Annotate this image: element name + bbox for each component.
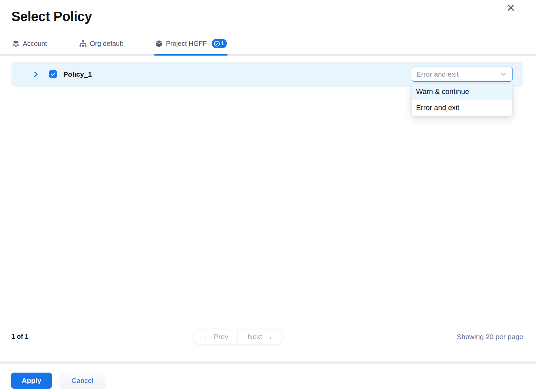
- policy-name: Policy_1: [63, 70, 92, 78]
- next-label: Next: [248, 333, 262, 341]
- arrow-right-icon: →: [266, 333, 273, 341]
- tab-label: Project HGFF: [166, 40, 207, 48]
- tab-org-default[interactable]: Org default: [78, 37, 124, 54]
- policy-row: Policy_1 Error and exit: [11, 62, 523, 87]
- chevron-down-icon: [500, 71, 507, 78]
- arrow-left-icon: ←: [203, 333, 210, 341]
- tab-bar: Account Org default Pr: [0, 37, 536, 56]
- cancel-button[interactable]: Cancel: [59, 373, 106, 389]
- org-chart-icon: [79, 40, 87, 48]
- cube-icon: [155, 40, 163, 48]
- close-button[interactable]: [505, 1, 517, 14]
- footer-divider: [0, 362, 536, 364]
- pagination-control: ← Prev Next →: [194, 329, 283, 344]
- tab-label: Account: [23, 40, 47, 48]
- expand-row-button[interactable]: [30, 69, 41, 80]
- next-page-button[interactable]: Next →: [237, 329, 283, 344]
- policy-checkbox[interactable]: [49, 70, 57, 78]
- tab-account[interactable]: Account: [11, 37, 48, 54]
- apply-button[interactable]: Apply: [11, 373, 52, 389]
- per-page-indicator: Showing 20 per page: [457, 333, 524, 341]
- close-icon: [507, 3, 515, 12]
- selected-count-badge: 1: [212, 39, 226, 48]
- badge-count: 1: [221, 40, 224, 47]
- enforcement-dropdown-menu: Warn & continue Error and exit: [412, 84, 512, 116]
- dropdown-option-error-exit[interactable]: Error and exit: [412, 100, 512, 116]
- dropdown-option-warn-continue[interactable]: Warn & continue: [412, 84, 512, 100]
- page-info: 1 of 1: [11, 333, 28, 340]
- chevron-right-icon: [32, 71, 39, 78]
- tab-label: Org default: [90, 40, 123, 48]
- dialog-title: Select Policy: [11, 9, 92, 24]
- prev-page-button[interactable]: ← Prev: [194, 329, 237, 344]
- enforcement-select-value: Error and exit: [416, 70, 459, 78]
- prev-label: Prev: [214, 333, 228, 341]
- checkmark-icon: [51, 72, 56, 77]
- tab-project-hgff[interactable]: Project HGFF 1: [154, 37, 227, 56]
- check-circle-icon: [214, 41, 220, 47]
- enforcement-select[interactable]: Error and exit: [412, 67, 513, 82]
- layers-icon: [12, 40, 20, 48]
